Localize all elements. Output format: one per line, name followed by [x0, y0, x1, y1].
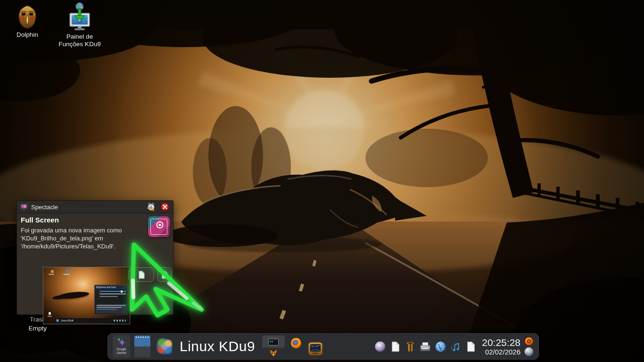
notification-popup: Spectacle Full Screen — [17, 200, 173, 315]
digital-clock[interactable]: 20:25:28 02/02/2026 — [482, 337, 520, 355]
gray-sphere-icon[interactable] — [524, 347, 534, 356]
taskbar-firefox-icon[interactable] — [290, 337, 302, 349]
close-x-icon — [163, 205, 167, 209]
document-icon — [138, 271, 145, 279]
desktop-icon-label: Dolphin — [4, 31, 51, 39]
pager-desktop-2[interactable] — [134, 346, 150, 357]
taskbar-tv-app-icon[interactable] — [308, 342, 323, 356]
desktop-icon-label-line1: Painel de — [56, 33, 103, 41]
notification-title: Spectacle — [31, 204, 58, 211]
pager-desktop-1[interactable] — [134, 336, 150, 346]
desktop: Dolphin Painel de F — [0, 0, 644, 362]
tray-music-player-icon[interactable] — [450, 341, 461, 352]
tray-notes-icon[interactable] — [465, 341, 476, 352]
tray-trash-icon[interactable] — [405, 341, 416, 352]
tray-document-icon[interactable] — [389, 341, 401, 352]
gemini-sparkle-icon — [117, 338, 126, 347]
thumbnail-settings-panel: Brightness and Color — [94, 285, 128, 315]
taskbar-terminal-task[interactable] — [262, 336, 285, 348]
notification-message: Foi gravada uma nova imagem como 'KDu9_B… — [21, 226, 133, 250]
tray-sphere-icon[interactable] — [374, 341, 386, 352]
desktop-icon-painel[interactable]: Painel de Funções KDu9 — [56, 2, 103, 48]
document-icon — [161, 271, 168, 279]
trash-label-line2: Empty — [15, 324, 60, 333]
orange-badge-icon[interactable] — [524, 337, 534, 346]
tray-printer-icon[interactable] — [420, 341, 431, 352]
clock-time: 20:25:28 — [482, 337, 520, 347]
spectacle-titlebar-icon — [20, 204, 28, 211]
notification-action-button-2[interactable] — [157, 267, 172, 282]
notification-titlebar: Spectacle — [17, 201, 173, 214]
gemini-label-line1: Google — [116, 347, 126, 351]
desktop-icon-label-line2: Funções KDu9 — [56, 41, 103, 48]
thumbnail-ship — [58, 290, 90, 300]
taskbar-panel: Google Gemini Linux KDu9 — [107, 333, 539, 360]
terminal-window-icon — [268, 338, 279, 346]
tray-network-globe-icon[interactable] — [435, 341, 446, 352]
spectacle-app-icon — [148, 216, 170, 237]
monitor-globe-arrow-icon — [66, 2, 93, 31]
notification-body: Full Screen Foi gravada uma nova imagem … — [17, 214, 173, 315]
notification-close-button[interactable] — [160, 202, 170, 212]
system-tray — [374, 341, 476, 352]
desktop-icon-dolphin[interactable]: Dolphin — [4, 5, 51, 39]
notification-settings-button[interactable] — [146, 202, 156, 212]
taskbar-launcher-gemini[interactable]: Google Gemini — [113, 335, 130, 358]
notification-action-button-1[interactable] — [128, 267, 154, 282]
thumbnail-panel-title: Brightness and Color — [95, 285, 128, 289]
clock-date: 02/02/2026 — [482, 348, 520, 355]
screenshot-thumbnail[interactable]: Brightness and Color Linux KDu9 — [43, 267, 130, 324]
tray-overflow — [524, 337, 534, 356]
task-group — [262, 336, 285, 357]
gemini-label-line2: Gemini — [116, 351, 126, 355]
fox-head-icon — [269, 349, 278, 357]
active-window-title[interactable]: Linux KDu9 — [180, 338, 255, 354]
thumbnail-taskbar: Linux KDu9 — [55, 318, 128, 323]
golden-owl-mask-icon — [16, 5, 39, 29]
virtual-desktop-pager[interactable] — [134, 336, 150, 357]
alarm-clock-tools-icon — [146, 202, 156, 212]
app-launcher-button[interactable] — [156, 337, 173, 355]
notification-heading: Full Screen — [21, 216, 59, 224]
taskbar-fox-task[interactable] — [269, 349, 278, 357]
